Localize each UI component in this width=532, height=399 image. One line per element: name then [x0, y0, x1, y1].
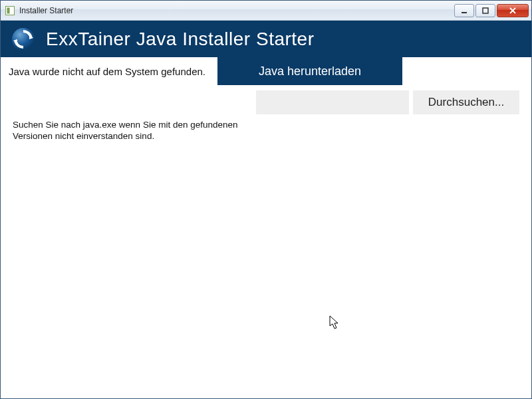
- content-area: Java wurde nicht auf dem System gefunden…: [1, 57, 531, 398]
- svg-rect-3: [483, 8, 488, 13]
- titlebar[interactable]: Installer Starter: [1, 1, 531, 21]
- app-window: Installer Starter: [0, 0, 532, 399]
- maximize-button[interactable]: [475, 4, 495, 17]
- page-title: ExxTainer Java Installer Starter: [46, 29, 315, 50]
- header-banner: ExxTainer Java Installer Starter: [1, 21, 531, 57]
- close-button[interactable]: [497, 4, 529, 17]
- svg-rect-0: [6, 6, 15, 15]
- window-title: Installer Starter: [19, 6, 454, 15]
- spacer: [1, 90, 256, 114]
- cursor-icon: [329, 315, 340, 332]
- browse-row: Durchsuchen...: [1, 90, 531, 114]
- download-java-button[interactable]: Java herunterladen: [217, 57, 402, 85]
- client-area: ExxTainer Java Installer Starter Java wu…: [1, 21, 531, 398]
- window-controls: [454, 4, 529, 17]
- refresh-circle-icon: [10, 26, 37, 53]
- java-path-input[interactable]: [256, 90, 409, 114]
- java-status-text: Java wurde nicht auf dem System gefunden…: [1, 57, 217, 85]
- minimize-button[interactable]: [454, 4, 474, 17]
- help-text: Suchen Sie nach java.exe wenn Sie mit de…: [13, 120, 239, 142]
- status-row: Java wurde nicht auf dem System gefunden…: [1, 57, 531, 85]
- browse-button[interactable]: Durchsuchen...: [413, 90, 519, 114]
- svg-rect-1: [7, 7, 10, 13]
- app-icon: [5, 5, 15, 16]
